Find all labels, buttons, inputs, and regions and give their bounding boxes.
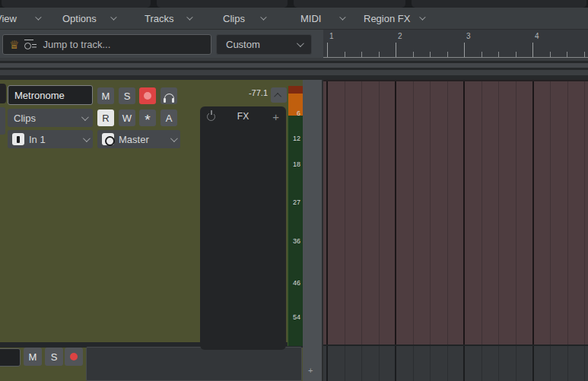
preset-dropdown[interactable]: Custom — [216, 34, 312, 55]
fx-bin-header: FX + — [200, 106, 286, 126]
ruler-measure: 1 — [327, 30, 396, 57]
asterisk-icon: * — [145, 112, 150, 129]
volume-readout[interactable]: -77.1 — [213, 88, 268, 97]
toolbar-module-edge — [2, 0, 151, 8]
audition-label: A — [166, 113, 173, 124]
power-icon[interactable] — [207, 113, 215, 121]
toolbar-module-edge — [157, 0, 288, 8]
meter-scale-label: 36 — [293, 237, 300, 245]
menu-clips-label: Clips — [223, 13, 245, 24]
pane-splitter[interactable]: + — [303, 80, 323, 381]
chevron-down-icon — [83, 135, 91, 142]
output-selector[interactable]: Master — [97, 130, 180, 148]
jump-to-track-searchbox[interactable]: ♕ — [2, 34, 211, 55]
solo-button[interactable]: S — [119, 87, 135, 104]
chevron-down-icon — [35, 14, 41, 20]
display-mode-dropdown[interactable]: Clips — [8, 109, 93, 127]
ruler-measure: 4 — [532, 30, 588, 57]
menu-midi[interactable]: MIDI — [300, 8, 344, 29]
mute-label: M — [102, 90, 110, 102]
menu-region-fx[interactable]: Region FX — [364, 8, 424, 29]
track2-name-field[interactable] — [0, 348, 21, 367]
output-icon — [102, 133, 114, 145]
input-value: In 1 — [29, 134, 46, 145]
track-pane: M S Clips R W * A In 1 Master -77.1 FX — [0, 80, 303, 381]
clips-pane — [323, 80, 588, 381]
input-selector[interactable]: In 1 — [8, 130, 93, 148]
menu-bar: View Options Tracks Clips MIDI Region FX — [0, 8, 588, 29]
mute-button[interactable]: M — [97, 87, 114, 104]
chevron-down-icon — [186, 14, 192, 20]
record-arm-button[interactable] — [139, 87, 156, 104]
toolbar-module-edge — [412, 0, 586, 8]
measure-label: 4 — [535, 32, 539, 40]
track2-mute-button[interactable]: M — [24, 348, 42, 366]
meter-scale-label: 18 — [293, 160, 300, 168]
menu-clips[interactable]: Clips — [223, 8, 265, 29]
menu-view-label: View — [0, 13, 17, 24]
menu-midi-label: MIDI — [300, 13, 321, 24]
output-value: Master — [119, 134, 149, 145]
chevron-down-icon — [340, 14, 346, 20]
add-fx-button[interactable]: + — [272, 110, 279, 123]
chevron-down-icon — [260, 14, 266, 20]
meter-scale-label: 6 — [297, 110, 300, 117]
separator-band — [0, 70, 588, 75]
track-toolbar: ♕ Custom — [0, 29, 323, 58]
menu-tracks-label: Tracks — [145, 13, 174, 24]
splitter-grip[interactable]: + — [308, 366, 313, 375]
chevron-up-icon — [274, 92, 281, 100]
audition-button[interactable]: A — [161, 110, 177, 126]
chevron-down-icon — [110, 14, 116, 20]
meter-scale-label: 27 — [293, 198, 300, 206]
chevron-down-icon — [81, 113, 89, 121]
record-icon — [144, 92, 151, 100]
track-meter: 6 12 18 27 36 46 54 — [288, 86, 303, 346]
meter-scale-label: 12 — [293, 135, 300, 142]
crown-icon: ♕ — [9, 39, 19, 50]
display-mode-value: Clips — [14, 113, 36, 124]
menu-region-fx-label: Region FX — [364, 13, 410, 24]
chevron-down-icon — [297, 40, 304, 47]
input-icon — [12, 133, 24, 145]
track2-lane[interactable] — [323, 344, 588, 381]
asterisk-button[interactable]: * — [139, 110, 156, 126]
collapsed-toolbar-strip — [0, 0, 588, 8]
menu-options-label: Options — [62, 13, 97, 24]
measure-label: 3 — [466, 32, 471, 40]
menu-options[interactable]: Options — [62, 8, 115, 29]
solo-label: S — [51, 351, 58, 363]
input-echo-button[interactable] — [161, 87, 177, 104]
measure-label: 1 — [329, 32, 334, 40]
track-icon-strip — [0, 84, 6, 103]
jump-to-track-input[interactable] — [41, 38, 205, 51]
automation-write-button[interactable]: W — [119, 110, 135, 126]
track-name-field[interactable] — [8, 85, 93, 105]
track2-solo-button[interactable]: S — [45, 348, 63, 366]
chevron-down-icon — [170, 135, 178, 142]
track2-record-arm-button[interactable] — [65, 348, 83, 366]
preset-value: Custom — [226, 39, 260, 50]
track2-controls-panel — [86, 347, 302, 381]
time-ruler[interactable]: 1 2 3 4 — [323, 29, 588, 58]
measure-label: 2 — [398, 32, 402, 40]
track-search-icon — [24, 40, 37, 50]
collapse-button[interactable] — [271, 87, 287, 103]
meter-scale-label: 46 — [293, 279, 300, 287]
record-icon — [70, 353, 78, 360]
automation-write-label: W — [122, 113, 132, 124]
chevron-down-icon — [420, 14, 426, 20]
ruler-measure: 2 — [396, 30, 464, 57]
ruler-measure: 3 — [464, 30, 532, 57]
automation-read-label: R — [102, 113, 109, 124]
track1-lane[interactable] — [323, 80, 588, 344]
solo-label: S — [124, 90, 131, 102]
automation-read-button[interactable]: R — [97, 110, 114, 126]
daw-window: View Options Tracks Clips MIDI Region FX… — [0, 0, 588, 381]
track-strip-tab[interactable] — [0, 107, 5, 135]
menu-view[interactable]: View — [0, 8, 40, 29]
fx-bin[interactable]: FX + — [200, 106, 286, 350]
menu-tracks[interactable]: Tracks — [145, 8, 191, 29]
headphones-icon — [164, 94, 174, 100]
meter-scale-label: 54 — [293, 313, 300, 321]
